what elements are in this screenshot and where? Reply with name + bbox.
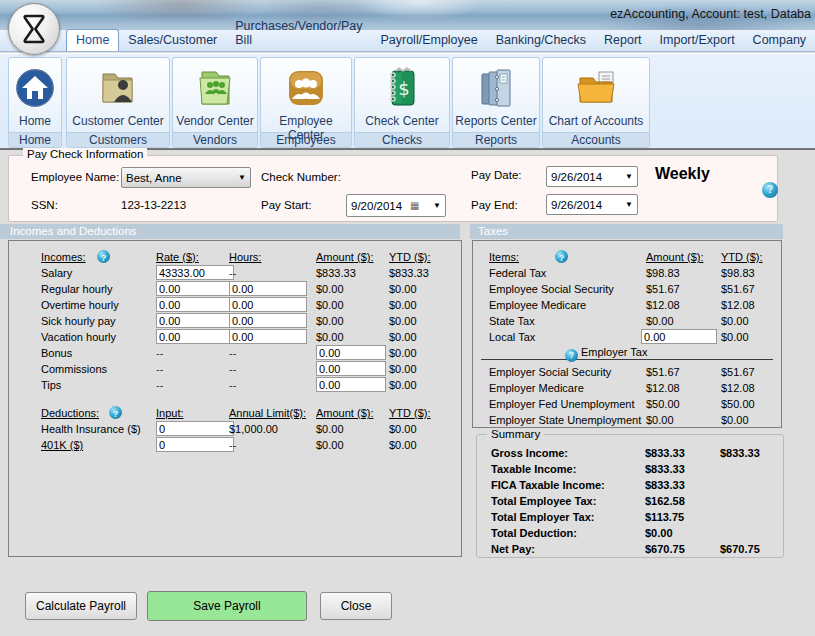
menu-import-export[interactable]: Import/Export bbox=[651, 30, 744, 51]
income-row-commissions: Commissions -- -- $0.00 bbox=[9, 361, 461, 377]
401k-input[interactable] bbox=[156, 437, 234, 452]
sick-hourly-rate-input[interactable] bbox=[156, 313, 234, 328]
deduction-ytd: $0.00 bbox=[389, 437, 417, 453]
help-icon[interactable]: ? bbox=[565, 349, 578, 362]
deduction-amount: $0.00 bbox=[316, 421, 344, 437]
help-icon[interactable]: ? bbox=[555, 250, 568, 263]
commissions-amount-input[interactable] bbox=[316, 361, 386, 376]
bonus-amount-input[interactable] bbox=[316, 345, 386, 360]
summary-groupbox: Summary Gross Income: $833.33 $833.33 Ta… bbox=[476, 434, 784, 558]
menu-sales-customer[interactable]: Sales/Customer bbox=[119, 30, 226, 51]
toolbar-chart-of-accounts-button[interactable]: Chart of Accounts Accounts bbox=[542, 57, 650, 148]
toolbar-customer-center-button[interactable]: Customer Center Customers bbox=[66, 57, 170, 148]
vendor-center-icon bbox=[173, 58, 257, 114]
pay-frequency-label: Weekly bbox=[655, 165, 710, 183]
toolbar-group-label: Accounts bbox=[543, 132, 649, 148]
customer-center-icon bbox=[67, 58, 169, 114]
app-logo-icon[interactable] bbox=[8, 3, 60, 55]
tax-label: Employee Medicare bbox=[489, 297, 586, 313]
toolbar-check-center-button[interactable]: $ Check Center Checks bbox=[354, 57, 450, 148]
summary-amount: $833.33 bbox=[645, 477, 685, 493]
paycheck-info-legend: Pay Check Information bbox=[23, 148, 147, 160]
toolbar-vendor-center-button[interactable]: Vendor Center Vendors bbox=[172, 57, 258, 148]
income-hours: -- bbox=[229, 265, 236, 281]
income-amount: $833.33 bbox=[316, 265, 356, 281]
summary-label: Gross Income: bbox=[491, 445, 568, 461]
incomes-section-header: Incomes and Deductions bbox=[0, 224, 460, 239]
tax-row-employer-state-unemployment: Employer State Unemployment $0.00 $0.00 bbox=[473, 412, 781, 428]
income-ytd: $0.00 bbox=[389, 345, 417, 361]
amount-column-header: Amount ($): bbox=[316, 249, 373, 265]
toolbar-home-button[interactable]: Home Home bbox=[8, 57, 62, 148]
help-icon[interactable]: ? bbox=[762, 182, 778, 198]
income-ytd: $0.00 bbox=[389, 313, 417, 329]
employee-name-select[interactable]: Best, Anne ▼ bbox=[121, 167, 251, 188]
overtime-hourly-rate-input[interactable] bbox=[156, 297, 234, 312]
regular-hourly-hours-input[interactable] bbox=[229, 281, 307, 296]
calculate-payroll-button[interactable]: Calculate Payroll bbox=[25, 592, 137, 620]
tax-row-local: Local Tax $0.00 bbox=[473, 329, 781, 345]
summary-row-gross-income: Gross Income: $833.33 $833.33 bbox=[477, 445, 783, 461]
vacation-hourly-hours-input[interactable] bbox=[229, 329, 307, 344]
help-icon[interactable]: ? bbox=[97, 250, 110, 263]
income-amount: $0.00 bbox=[316, 281, 344, 297]
salary-rate-input[interactable] bbox=[156, 265, 234, 280]
deduction-401k-link[interactable]: 401K ($) bbox=[41, 437, 83, 453]
tax-ytd: $0.00 bbox=[721, 412, 749, 428]
summary-row-total-deduction: Total Deduction: $0.00 bbox=[477, 525, 783, 541]
tax-ytd: $98.83 bbox=[721, 265, 755, 281]
items-column-header: Items: bbox=[489, 249, 519, 265]
tax-row-state: State Tax $0.00 $0.00 bbox=[473, 313, 781, 329]
sick-hourly-hours-input[interactable] bbox=[229, 313, 307, 328]
pay-end-select[interactable]: 9/26/2014 ▼ bbox=[546, 194, 638, 215]
tax-label: Employer Social Security bbox=[489, 364, 611, 380]
toolbar-employee-center-button[interactable]: Employee Center Employees bbox=[260, 57, 352, 148]
tax-row-employer-medicare: Employer Medicare $12.08 $12.08 bbox=[473, 380, 781, 396]
menu-banking-checks[interactable]: Banking/Checks bbox=[487, 30, 595, 51]
income-hours: -- bbox=[229, 361, 236, 377]
overtime-hourly-hours-input[interactable] bbox=[229, 297, 307, 312]
income-row-tips: Tips -- -- $0.00 bbox=[9, 377, 461, 393]
check-number-label: Check Number: bbox=[261, 171, 341, 183]
summary-amount: $0.00 bbox=[645, 525, 673, 541]
help-icon[interactable]: ? bbox=[109, 406, 122, 419]
rate-column-header: Rate ($): bbox=[156, 249, 199, 265]
menu-purchases[interactable]: Purchases/Vendor/Pay Bill bbox=[226, 16, 371, 51]
income-rate: -- bbox=[156, 361, 163, 377]
tax-amount: $12.08 bbox=[646, 380, 680, 396]
toolbar-group-label: Employees bbox=[261, 132, 351, 148]
toolbar-button-label: Check Center bbox=[355, 114, 449, 131]
save-payroll-button[interactable]: Save Payroll bbox=[147, 591, 307, 621]
summary-label: Total Employer Tax: bbox=[491, 509, 595, 525]
summary-label: Net Pay: bbox=[491, 541, 535, 557]
menu-payroll-employee[interactable]: Payroll/Employee bbox=[371, 30, 486, 51]
tax-amount: $51.67 bbox=[646, 281, 680, 297]
deduction-annual-limit: -- bbox=[229, 437, 236, 453]
deduction-ytd: $0.00 bbox=[389, 421, 417, 437]
menu-company[interactable]: Company bbox=[744, 30, 815, 51]
summary-amount: $670.75 bbox=[645, 541, 685, 557]
deductions-header-row: Deductions: ? Input: Annual Limit($): Am… bbox=[9, 405, 461, 421]
regular-hourly-rate-input[interactable] bbox=[156, 281, 234, 296]
pay-date-select[interactable]: 9/26/2014 ▼ bbox=[546, 166, 638, 187]
chevron-down-icon: ▼ bbox=[232, 173, 246, 182]
menu-report[interactable]: Report bbox=[595, 30, 651, 51]
summary-amount: $833.33 bbox=[645, 461, 685, 477]
summary-label: Total Employee Tax: bbox=[491, 493, 596, 509]
toolbar-button-label: Vendor Center bbox=[173, 114, 257, 131]
summary-amount: $833.33 bbox=[645, 445, 685, 461]
deduction-label: Health Insurance ($) bbox=[41, 421, 141, 437]
summary-ytd: $833.33 bbox=[720, 445, 760, 461]
health-insurance-input[interactable] bbox=[156, 421, 234, 436]
income-row-vacation-hourly: Vacation hourly $0.00 $0.00 bbox=[9, 329, 461, 345]
close-button[interactable]: Close bbox=[320, 592, 392, 620]
taxes-panel: Items: ? Amount ($): YTD ($): Federal Ta… bbox=[472, 240, 782, 428]
tips-amount-input[interactable] bbox=[316, 377, 386, 392]
vacation-hourly-rate-input[interactable] bbox=[156, 329, 234, 344]
pay-start-datepicker[interactable]: 9/20/2014 ▦ ▼ bbox=[346, 194, 446, 217]
toolbar-reports-center-button[interactable]: Reports Center Reports bbox=[452, 57, 540, 148]
local-tax-input[interactable] bbox=[641, 329, 717, 344]
toolbar-group-label: Checks bbox=[355, 132, 449, 148]
menu-home[interactable]: Home bbox=[66, 29, 119, 51]
income-label: Commissions bbox=[41, 361, 107, 377]
